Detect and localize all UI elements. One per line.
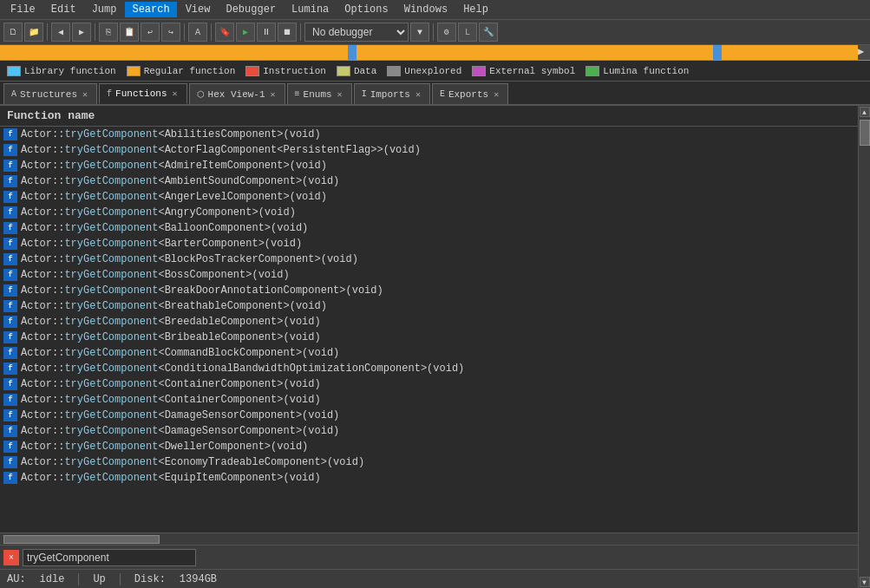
function-row[interactable]: fActor::tryGetComponent<BossComponent>(v… [0,267,858,283]
function-row[interactable]: fActor::tryGetComponent<ContainerCompone… [0,392,858,408]
tab-exports-close[interactable]: ✕ [492,89,500,100]
function-row[interactable]: fActor::tryGetComponent<BalloonComponent… [0,220,858,236]
patch-btn[interactable]: 🔧 [479,23,498,42]
function-row[interactable]: fActor::tryGetComponent<AbilitiesCompone… [0,127,858,142]
right-scrollbar[interactable]: ▲ ▼ [858,106,870,588]
search-close-button[interactable]: × [3,550,19,565]
function-list[interactable]: fActor::tryGetComponent<AbilitiesCompone… [0,127,858,532]
menu-jump[interactable]: Jump [85,2,124,17]
debugger-select[interactable]: No debugger [304,23,409,42]
function-row[interactable]: fActor::tryGetComponent<EquipItemCompone… [0,470,858,486]
function-row[interactable]: fActor::tryGetComponent<BribeableCompone… [0,330,858,345]
run-btn[interactable]: ▶ [236,23,255,42]
tab-structures[interactable]: A Structures ✕ [3,83,97,104]
function-icon: f [3,347,17,359]
function-suffix: <AmbientSoundComponent>(void) [158,175,339,187]
function-row[interactable]: fActor::tryGetComponent<AdmireItemCompon… [0,158,858,173]
function-icon: f [3,331,17,343]
tab-functions-close[interactable]: ✕ [171,88,180,99]
tab-enums[interactable]: ≡ Enums ✕ [287,83,352,104]
legend-lumina-label: Lumina function [603,66,689,76]
menu-lumina[interactable]: Lumina [285,2,336,17]
function-suffix: <BribeableComponent>(void) [158,331,320,343]
tab-functions[interactable]: f Functions ✕ [99,83,186,104]
back-btn[interactable]: ◀ [51,23,70,42]
menu-file[interactable]: File [3,2,43,17]
function-suffix: <AngryComponent>(void) [158,206,295,219]
function-row[interactable]: fActor::tryGetComponent<BlockPosTrackerC… [0,252,858,267]
new-btn[interactable]: 🗋 [3,23,23,42]
forward-btn[interactable]: ▶ [72,23,91,42]
tab-exports[interactable]: E Exports ✕ [432,83,508,104]
function-name: tryGetComponent [64,456,158,468]
function-row[interactable]: fActor::tryGetComponent<DwellerComponent… [0,439,858,454]
menu-search[interactable]: Search [125,2,176,17]
scrollbar-thumb[interactable] [860,120,870,146]
horizontal-scrollbar[interactable] [0,532,858,545]
redo-btn[interactable]: ↪ [161,23,180,42]
function-name: tryGetComponent [64,331,158,343]
function-prefix: Actor:: [21,300,64,312]
function-row[interactable]: fActor::tryGetComponent<AngryComponent>(… [0,205,858,220]
font-btn[interactable]: A [188,23,207,42]
address-scroll-right[interactable]: ▶ [858,45,870,60]
disk-label: Disk: [134,573,166,585]
undo-btn[interactable]: ↩ [141,23,160,42]
bookmark-btn[interactable]: 🔖 [215,23,234,42]
function-prefix: Actor:: [21,206,64,219]
function-row[interactable]: fActor::tryGetComponent<DamageSensorComp… [0,423,858,439]
menu-view[interactable]: View [179,2,218,17]
open-btn[interactable]: 📁 [24,23,43,42]
function-row[interactable]: fActor::tryGetComponent<CommandBlockComp… [0,345,858,361]
scrollbar-arrow-down[interactable]: ▼ [860,577,870,587]
scrollbar-arrow-up[interactable]: ▲ [860,107,870,117]
au-value: idle [40,573,65,585]
legend-instruction-color [245,66,259,76]
function-name: tryGetComponent [64,128,158,140]
function-prefix: Actor:: [21,144,64,156]
function-row[interactable]: fActor::tryGetComponent<BreakDoorAnnotat… [0,283,858,298]
function-row[interactable]: fActor::tryGetComponent<DamageSensorComp… [0,408,858,423]
function-row[interactable]: fActor::tryGetComponent<ActorFlagCompone… [0,142,858,158]
stop-btn[interactable]: ⏹ [278,23,297,42]
menu-edit[interactable]: Edit [44,2,83,17]
function-name: tryGetComponent [64,222,158,234]
function-suffix: <AbilitiesComponent>(void) [158,128,320,140]
tab-enums-close[interactable]: ✕ [336,89,344,100]
toolbar-sep-2 [95,23,95,41]
search-input[interactable] [23,549,196,566]
pause-btn[interactable]: ⏸ [257,23,276,42]
function-row[interactable]: fActor::tryGetComponent<AmbientSoundComp… [0,173,858,189]
tab-imports-close[interactable]: ✕ [414,89,422,100]
function-suffix: <BlockPosTrackerComponent>(void) [158,253,357,265]
settings-btn[interactable]: ⚙ [437,23,456,42]
function-row[interactable]: fActor::tryGetComponent<BreathableCompon… [0,298,858,314]
function-row[interactable]: fActor::tryGetComponent<ConditionalBandw… [0,361,858,376]
copy-btn[interactable]: ⎘ [99,23,118,42]
tab-imports[interactable]: I Imports ✕ [354,83,430,104]
debugger-arrow[interactable]: ▼ [410,23,429,42]
function-row[interactable]: fActor::tryGetComponent<ContainerCompone… [0,376,858,392]
menu-debugger[interactable]: Debugger [219,2,283,17]
menu-help[interactable]: Help [456,2,495,17]
menu-options[interactable]: Options [337,2,395,17]
disk-value: 1394GB [180,573,217,585]
h-scroll-thumb[interactable] [3,535,160,544]
tab-structures-label: Structures [20,89,77,100]
function-row[interactable]: fActor::tryGetComponent<BarterComponent>… [0,236,858,252]
function-icon: f [3,284,17,297]
paste-btn[interactable]: 📋 [120,23,139,42]
function-row[interactable]: fActor::tryGetComponent<BreedableCompone… [0,314,858,330]
legend-data-label: Data [354,66,376,76]
function-row[interactable]: fActor::tryGetComponent<AngerLevelCompon… [0,189,858,205]
function-prefix: Actor:: [21,238,64,250]
tab-hex-close[interactable]: ✕ [269,89,278,100]
function-row[interactable]: fActor::tryGetComponent<EconomyTradeable… [0,454,858,470]
function-prefix: Actor:: [21,456,64,468]
tab-structures-close[interactable]: ✕ [81,89,89,100]
toolbar: 🗋 📁 ◀ ▶ ⎘ 📋 ↩ ↪ A 🔖 ▶ ⏸ ⏹ No debugger ▼ … [0,19,870,45]
menu-windows[interactable]: Windows [397,2,455,17]
legend-instruction-label: Instruction [263,66,326,76]
tab-hex-view[interactable]: ⬡ Hex View-1 ✕ [189,83,285,104]
lumina-btn[interactable]: L [458,23,477,42]
